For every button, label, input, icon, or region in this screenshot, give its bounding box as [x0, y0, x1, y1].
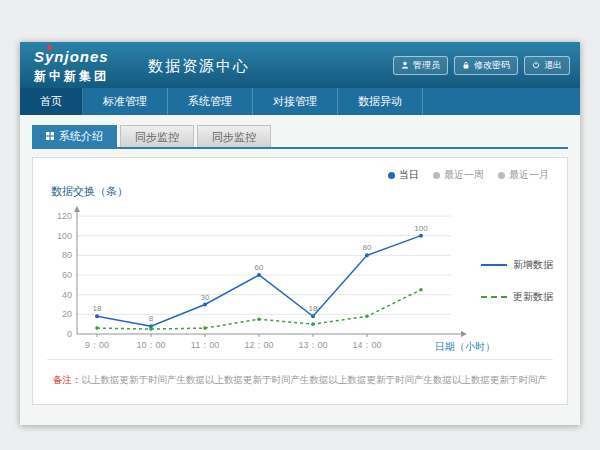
footnote: 备注：以上数据更新于时间产生数据以上数据更新于时间产生数据以上数据更新于时间产生… [53, 374, 547, 387]
svg-text:8: 8 [149, 314, 154, 323]
series-legend-new-data[interactable]: 新增数据 [481, 258, 553, 272]
solid-line-swatch [481, 264, 507, 266]
footnote-label: 备注： [53, 374, 82, 385]
logout-label: 退出 [544, 59, 562, 72]
main-nav: 首页 标准管理 系统管理 对接管理 数据异动 [20, 88, 580, 115]
svg-text:日期（小时）: 日期（小时） [435, 341, 495, 352]
legend-filter-today[interactable]: 当日 [388, 168, 419, 182]
chart-filter-legend: 当日 最近一周 最近一月 [388, 168, 549, 182]
footnote-text: 以上数据更新于时间产生数据以上数据更新于时间产生数据以上数据更新于时间产生数据以… [82, 374, 548, 385]
app-header: Synjones 新中新集团 数据资源中心 管理员 修改密码 [20, 42, 580, 88]
svg-text:100: 100 [414, 224, 428, 233]
company-logo: Synjones 新中新集团 [34, 48, 109, 85]
change-password-button[interactable]: 修改密码 [454, 56, 518, 75]
power-icon [532, 61, 540, 71]
nav-item-integration-mgmt[interactable]: 对接管理 [253, 88, 338, 115]
legend-dot-last-month [498, 172, 505, 179]
logout-button[interactable]: 退出 [524, 56, 570, 75]
svg-text:40: 40 [62, 290, 72, 300]
svg-text:60: 60 [255, 263, 264, 272]
dashed-line-swatch [481, 296, 507, 298]
svg-text:18: 18 [93, 304, 102, 313]
svg-text:13：00: 13：00 [298, 340, 327, 350]
line-chart: 0204060801001209：0010：0011：0012：0013：001… [47, 202, 497, 364]
legend-filter-last-month[interactable]: 最近一月 [498, 168, 549, 182]
legend-dot-today [388, 172, 395, 179]
admin-user-button[interactable]: 管理员 [393, 56, 448, 75]
svg-text:14：00: 14：00 [352, 340, 381, 350]
svg-text:30: 30 [201, 293, 210, 302]
tab-system-intro-label: 系统介绍 [59, 125, 103, 147]
admin-user-label: 管理员 [413, 59, 440, 72]
nav-item-data-change[interactable]: 数据异动 [338, 88, 423, 115]
logo-wordmark: Synjones [34, 48, 109, 65]
page-title: 数据资源中心 [148, 57, 250, 76]
nav-item-standard-mgmt[interactable]: 标准管理 [83, 88, 168, 115]
legend-filter-today-label: 当日 [399, 168, 419, 182]
svg-text:20: 20 [62, 309, 72, 319]
series-legend: 新增数据 更新数据 [481, 258, 553, 304]
grid-icon [46, 132, 54, 140]
tab-sync-monitor-1[interactable]: 同步监控 [120, 125, 194, 147]
legend-filter-last-week[interactable]: 最近一周 [433, 168, 484, 182]
legend-filter-last-month-label: 最近一月 [509, 168, 549, 182]
series-legend-updated-data[interactable]: 更新数据 [481, 290, 553, 304]
change-password-label: 修改密码 [474, 59, 510, 72]
svg-text:100: 100 [57, 231, 72, 241]
lock-icon [462, 61, 470, 71]
user-icon [401, 61, 409, 71]
tab-system-intro[interactable]: 系统介绍 [32, 125, 117, 147]
svg-text:10：00: 10：00 [136, 340, 165, 350]
note-divider [47, 359, 553, 360]
app-window: Synjones 新中新集团 数据资源中心 管理员 修改密码 [20, 42, 580, 425]
svg-text:60: 60 [62, 270, 72, 280]
nav-item-home[interactable]: 首页 [20, 88, 83, 115]
tab-sync-monitor-2[interactable]: 同步监控 [197, 125, 271, 147]
series-new-data-label: 新增数据 [513, 258, 553, 272]
svg-text:12：00: 12：00 [244, 340, 273, 350]
content-area: 系统介绍 同步监控 同步监控 当日 最近一周 最近一月 数据交 [20, 115, 580, 425]
svg-text:11：00: 11：00 [191, 340, 219, 350]
tab-bar: 系统介绍 同步监控 同步监控 [32, 125, 568, 149]
legend-filter-last-week-label: 最近一周 [444, 168, 484, 182]
header-actions: 管理员 修改密码 退出 [393, 56, 570, 75]
chart-panel: 当日 最近一周 最近一月 数据交换（条） 0204060801001209：00… [32, 157, 568, 405]
svg-text:9：00: 9：00 [85, 340, 109, 350]
svg-text:80: 80 [363, 243, 372, 252]
svg-text:18: 18 [309, 304, 318, 313]
legend-dot-last-week [433, 172, 440, 179]
svg-text:120: 120 [57, 211, 72, 221]
logo-red-dot [47, 45, 52, 50]
chart-y-axis-title: 数据交换（条） [51, 184, 128, 199]
nav-item-system-mgmt[interactable]: 系统管理 [168, 88, 253, 115]
series-updated-data-label: 更新数据 [513, 290, 553, 304]
svg-text:0: 0 [67, 329, 72, 339]
svg-text:80: 80 [62, 250, 72, 260]
logo-company-name: 新中新集团 [34, 68, 109, 85]
